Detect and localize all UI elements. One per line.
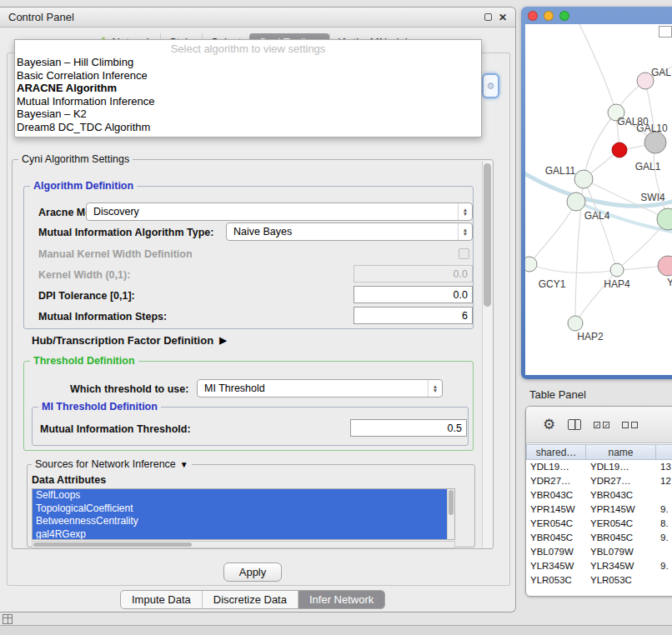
algorithm-menu-item[interactable]: Bayesian – K2 <box>15 108 481 121</box>
algorithm-settings-button[interactable]: ⚙ <box>482 73 499 98</box>
collapse-arrow-icon <box>180 460 188 469</box>
table-row[interactable]: YBR043CYBR043C <box>526 488 672 502</box>
network-node[interactable] <box>610 263 624 277</box>
apply-button[interactable]: Apply <box>223 562 282 582</box>
network-canvas[interactable]: GAL80GAL10GAL11GAL1SWI4GAL4GCY1HAP4HAP2G… <box>525 24 672 375</box>
list-scrollbar-thumb[interactable] <box>449 490 454 515</box>
table-cell: YBR043C <box>586 488 656 502</box>
algorithm-menu-item[interactable]: Mutual Information Inference <box>15 95 481 108</box>
gear-icon[interactable] <box>543 418 555 432</box>
table-row[interactable]: YDR27…YDR27…12 <box>526 474 672 488</box>
status-strip <box>0 625 672 635</box>
algorithm-menu-item[interactable]: ARACNE Algorithm <box>15 82 481 95</box>
node-label: HAP2 <box>577 331 604 342</box>
network-edge[interactable] <box>529 264 617 272</box>
traffic-lights <box>528 11 569 21</box>
network-node[interactable] <box>525 257 537 272</box>
algorithm-menu-items: Bayesian – Hill ClimbingBasic Correlatio… <box>15 56 481 133</box>
bottom-tab-impute-data[interactable]: Impute Data <box>121 591 202 608</box>
network-node[interactable] <box>574 170 593 188</box>
table-row[interactable]: YBL079WYBL079W <box>526 545 672 559</box>
attribute-list-item[interactable]: gal4RGexp <box>33 528 454 541</box>
network-edge[interactable] <box>584 112 616 179</box>
network-node[interactable] <box>658 256 672 276</box>
birdseye-box[interactable] <box>659 26 672 38</box>
network-node[interactable] <box>568 316 583 331</box>
which-threshold-label: Which threshold to use: <box>70 383 188 395</box>
attribute-list-item[interactable]: SelfLoops <box>33 489 454 502</box>
hub-section-toggle[interactable]: Hub/Transcription Factor Definition <box>32 334 227 347</box>
settings-scrollbar-thumb[interactable] <box>484 163 491 307</box>
algorithm-menu-placeholder[interactable]: Select algorithm to view settings <box>15 42 481 56</box>
table-cell: YLR053C <box>526 573 586 588</box>
window-buttons <box>484 12 507 22</box>
which-threshold-combo[interactable]: MI Threshold <box>197 379 443 398</box>
mi-type-label: Mutual Information Algorithm Type: <box>38 227 213 238</box>
float-window-icon[interactable] <box>484 13 492 21</box>
list-horizontal-scrollbar[interactable] <box>32 541 455 548</box>
network-edge[interactable] <box>654 142 668 219</box>
combo-stepper-icon <box>428 380 442 397</box>
table-row[interactable]: YBR045CYBR045C9. <box>526 531 672 545</box>
table-cell: YPR145W <box>526 502 586 517</box>
network-node[interactable] <box>567 192 585 211</box>
close-icon[interactable] <box>499 12 507 22</box>
minimize-traffic-icon[interactable] <box>544 11 554 21</box>
column-header[interactable] <box>656 444 672 460</box>
unchecked-boxes-icon[interactable] <box>622 422 638 428</box>
algorithm-menu-item[interactable]: Basic Correlation Inference <box>15 69 481 82</box>
data-attributes-list[interactable]: SelfLoopsTopologicalCoefficientBetweenne… <box>32 488 455 540</box>
bottom-tab-discretize-data[interactable]: Discretize Data <box>202 591 298 608</box>
bottom-tab-infer-network[interactable]: Infer Network <box>298 591 384 608</box>
node-label: HAP4 <box>604 278 630 290</box>
network-node[interactable] <box>612 142 627 158</box>
mi-type-combo[interactable]: Naive Bayes <box>226 222 473 241</box>
cyni-bottom-tabs: Impute DataDiscretize DataInfer Network <box>120 590 385 609</box>
list-vertical-scrollbar[interactable] <box>447 489 454 539</box>
table-body: YDL19…YDL19…13YDR27…YDR27…12YBR043CYBR04… <box>526 460 672 588</box>
attribute-list-item[interactable]: BetweennessCentrality <box>33 515 454 528</box>
column-header[interactable]: shared… <box>526 444 586 460</box>
network-node[interactable] <box>657 208 672 230</box>
algorithm-menu-item[interactable]: Bayesian – Hill Climbing <box>15 56 481 69</box>
data-attributes-label: Data Attributes <box>32 474 106 486</box>
table-row[interactable]: YLR053CYLR053C <box>526 573 672 588</box>
table-header: shared…name <box>526 444 672 460</box>
network-view-window: GAL80GAL10GAL11GAL1SWI4GAL4GCY1HAP4HAP2G… <box>521 7 672 379</box>
mi-threshold-title: MI Threshold Definition <box>38 401 161 412</box>
node-label: GAL11 <box>545 165 576 177</box>
aracne-mode-combo[interactable]: Discovery <box>86 202 473 221</box>
table-columns-icon[interactable] <box>568 419 581 430</box>
dpi-tolerance-input[interactable] <box>354 286 473 303</box>
network-window-titlebar[interactable] <box>521 7 672 24</box>
close-traffic-icon[interactable] <box>528 11 538 21</box>
table-cell: YLR053C <box>586 573 656 588</box>
network-edge[interactable] <box>529 202 576 264</box>
kernel-width-input <box>354 265 473 282</box>
algorithm-menu-item[interactable]: Dream8 DC_TDC Algorithm <box>15 121 481 134</box>
mi-threshold-input[interactable] <box>350 419 467 437</box>
table-cell: YBL079W <box>526 545 586 559</box>
table-row[interactable]: YPR145WYPR145W9. <box>526 502 672 517</box>
kernel-width-label: Kernel Width (0,1): <box>38 269 130 281</box>
table-row[interactable]: YER054CYER054C8. <box>526 517 672 531</box>
zoom-traffic-icon[interactable] <box>559 11 569 21</box>
table-row[interactable]: YLR345WYLR345W9. <box>526 559 672 573</box>
list-horizontal-thumb[interactable] <box>33 542 192 547</box>
control-panel-title: Control Panel <box>8 11 74 23</box>
sources-toggle[interactable]: Sources for Network Inference <box>32 458 192 470</box>
checked-boxes-icon[interactable] <box>594 422 609 428</box>
table-cell <box>656 488 672 502</box>
network-edge[interactable] <box>575 24 616 112</box>
panel-grid-icon[interactable] <box>3 614 13 624</box>
attribute-list-item[interactable]: TopologicalCoefficient <box>33 502 454 516</box>
table-cell: YLR345W <box>586 559 656 573</box>
network-node[interactable] <box>644 132 666 153</box>
node-label: GAL1 <box>635 161 661 172</box>
column-header[interactable]: name <box>586 444 656 460</box>
bottom-tab-label: Impute Data <box>132 593 191 606</box>
table-cell: 9. <box>656 531 672 545</box>
table-row[interactable]: YDL19…YDL19…13 <box>526 460 672 474</box>
control-panel-titlebar: Control Panel <box>0 8 515 28</box>
mi-steps-input[interactable] <box>354 307 473 324</box>
